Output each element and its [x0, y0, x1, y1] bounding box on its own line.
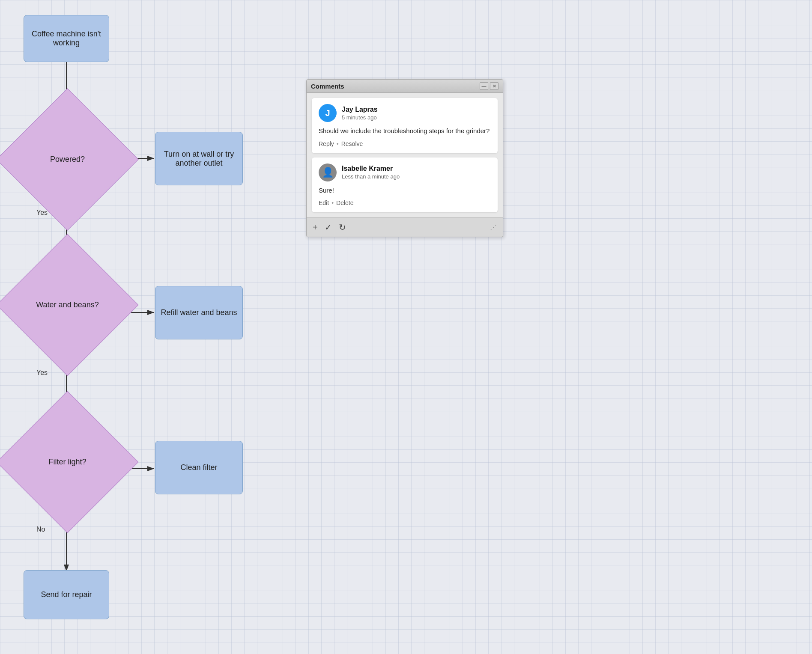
comments-body: J Jay Lapras 5 minutes ago Should we inc… [307, 93, 503, 217]
add-comment-icon[interactable]: + [313, 223, 318, 232]
filter-light-diamond: Filter light? [17, 412, 118, 512]
start-node: Coffee machine isn't working [24, 15, 109, 62]
comments-panel: Comments — ✕ J Jay Lapras 5 minutes ago … [306, 79, 503, 237]
comment-meta-2: Isabelle Kramer Less than a minute ago [342, 165, 400, 180]
minimize-button[interactable]: — [480, 82, 488, 90]
powered-diamond: Powered? [17, 109, 118, 210]
send-repair-node: Send for repair [24, 570, 109, 619]
comment-header-2: 👤 Isabelle Kramer Less than a minute ago [319, 164, 491, 181]
comments-title: Comments [311, 83, 344, 90]
comment-meta-1: Jay Lapras 5 minutes ago [342, 106, 378, 121]
refill-node: Refill water and beans [155, 286, 243, 339]
titlebar-buttons: — ✕ [480, 82, 499, 90]
refresh-icon[interactable]: ↻ [339, 222, 346, 232]
water-beans-diamond: Water and beans? [17, 255, 118, 355]
turn-on-node: Turn on at wall or try another outlet [155, 132, 243, 185]
comments-titlebar: Comments — ✕ [307, 80, 503, 93]
comment-actions-2: Edit • Delete [319, 199, 491, 206]
reply-link[interactable]: Reply [319, 140, 334, 147]
comment-author-2: Isabelle Kramer [342, 165, 400, 172]
resize-handle: ⋰ [490, 223, 497, 232]
comment-header-1: J Jay Lapras 5 minutes ago [319, 104, 491, 122]
edit-link[interactable]: Edit [319, 199, 329, 206]
edge-label-powered-yes: Yes [36, 209, 48, 217]
check-icon[interactable]: ✓ [325, 222, 332, 232]
comment-time-2: Less than a minute ago [342, 173, 400, 180]
edge-label-water-yes: Yes [36, 369, 48, 377]
avatar-jay: J [319, 104, 337, 122]
action-sep-2: • [331, 199, 334, 206]
resolve-link[interactable]: Resolve [341, 140, 363, 147]
clean-filter-node: Clean filter [155, 441, 243, 494]
comment-card-1: J Jay Lapras 5 minutes ago Should we inc… [312, 98, 498, 153]
comment-card-2: 👤 Isabelle Kramer Less than a minute ago… [312, 158, 498, 213]
action-sep-1: • [337, 140, 339, 147]
comment-actions-1: Reply • Resolve [319, 140, 491, 147]
comment-time-1: 5 minutes ago [342, 114, 378, 121]
comments-toolbar: + ✓ ↻ ⋰ [307, 217, 503, 237]
comment-text-2: Sure! [319, 186, 491, 196]
comment-text-1: Should we include the troubleshooting st… [319, 126, 491, 136]
edge-label-filter-no: No [36, 526, 45, 533]
close-button[interactable]: ✕ [490, 82, 499, 90]
comment-author-1: Jay Lapras [342, 106, 378, 113]
avatar-isabelle: 👤 [319, 164, 337, 181]
delete-link[interactable]: Delete [336, 199, 353, 206]
